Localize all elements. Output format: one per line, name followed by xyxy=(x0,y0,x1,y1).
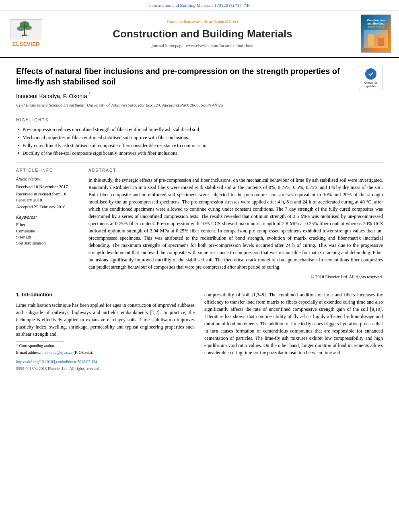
history-label: Article history: xyxy=(16,177,80,182)
journal-cover: Construction and Building MATERIALS xyxy=(361,14,391,53)
highlight-item: Fully cured lime-fly ash stabilised soil… xyxy=(18,142,383,149)
highlight-item: Mechanical properties of fiber reinforce… xyxy=(18,134,383,141)
body-col-left: 1. Introduction Lime stabilisation techn… xyxy=(16,291,195,372)
page: Construction and Building Materials 170 … xyxy=(0,0,399,532)
keyword-item: Strength xyxy=(16,234,80,240)
intro-heading: 1. Introduction xyxy=(16,291,195,298)
abstract-text: In this study, the synergic effects of p… xyxy=(88,177,383,271)
accepted-date: Accepted 25 February 2018 xyxy=(16,204,80,210)
abstract-col: ABSTRACT In this study, the synergic eff… xyxy=(88,168,383,280)
email-note: E-mail address: fnokonta@uj.ac.za (F. Ok… xyxy=(16,350,195,355)
highlight-item: Ductility of the fiber-soil composite si… xyxy=(18,150,383,157)
journal-citation: Construction and Building Materials 170 … xyxy=(148,3,251,8)
keyword-item: Soil stabilisation xyxy=(16,240,80,246)
intro-para1: Lime stabilisation technique has been ap… xyxy=(16,302,195,338)
received-date: Received 10 November 2017 xyxy=(16,184,80,190)
check-circle-icon xyxy=(365,68,376,80)
cover-image-box: Construction and Building MATERIALS xyxy=(361,14,391,53)
abstract-label: ABSTRACT xyxy=(88,168,383,173)
keywords-list: Fiber Composite Strength Soil stabilisat… xyxy=(16,222,80,246)
body-two-col: 1. Introduction Lime stabilisation techn… xyxy=(16,291,383,372)
svg-rect-7 xyxy=(368,34,374,46)
svg-point-2 xyxy=(17,26,25,31)
journal-title-header: Construction and Building Materials xyxy=(48,27,357,41)
highlight-item: Pre-compression reduces unconfined stren… xyxy=(18,126,383,133)
journal-center: Contents lists available at ScienceDirec… xyxy=(48,18,357,49)
authors: Innocent Kafodya, F. Okonta * xyxy=(16,92,383,100)
authors-text: Innocent Kafodya, F. Okonta xyxy=(16,93,87,99)
article-content: Effects of natural fiber inclusions and … xyxy=(0,58,399,380)
cover-title: Construction and Building MATERIALS xyxy=(367,19,385,29)
body-col-right: compressibility of soil [1,3–8]. The com… xyxy=(204,291,383,372)
corresponding-note: * Corresponding author. xyxy=(16,343,195,349)
check-updates-badge: Check for updates xyxy=(359,66,383,90)
article-info-abstract: ARTICLE INFO Article history: Received 1… xyxy=(16,162,383,280)
highlights-label: HIGHLIGHTS xyxy=(16,114,383,123)
svg-point-3 xyxy=(25,25,32,30)
check-updates-label: Check for updates xyxy=(359,81,383,88)
elsevier-brand-text: ELSEVIER xyxy=(12,41,40,48)
intro-para2: compressibility of soil [1,3–8]. The com… xyxy=(204,291,383,356)
article-history: Article history: Received 10 November 20… xyxy=(16,177,80,210)
revised-date: Received in revised form 18 February 201… xyxy=(16,191,80,203)
doi-section: https://doi.org/10.1016/j.conbuildmat.20… xyxy=(16,358,195,365)
doi-link[interactable]: https://doi.org/10.1016/j.conbuildmat.20… xyxy=(16,359,97,364)
svg-rect-4 xyxy=(22,35,27,36)
svg-rect-8 xyxy=(378,38,384,46)
journal-homepage: journal homepage: www.elsevier.com/locat… xyxy=(48,43,357,49)
cover-image-area xyxy=(364,30,388,48)
article-title-section: Effects of natural fiber inclusions and … xyxy=(16,66,383,87)
keywords-section: Keywords: Fiber Composite Strength Soil … xyxy=(16,214,80,246)
copyright: © 2018 Elsevier Ltd. All rights reserved… xyxy=(88,274,383,280)
keyword-item: Composite xyxy=(16,228,80,234)
body-divider xyxy=(16,286,383,286)
corresponding-asterisk: * xyxy=(89,92,90,97)
journal-citation-bar: Construction and Building Materials 170 … xyxy=(0,0,399,10)
footnote-divider xyxy=(16,341,64,341)
keyword-item: Fiber xyxy=(16,222,80,228)
email-link[interactable]: fnokonta@uj.ac.za xyxy=(42,350,72,355)
article-info-label: ARTICLE INFO xyxy=(16,168,80,173)
issn-info: 0950-0618/© 2018 Elsevier Ltd. All right… xyxy=(16,366,195,372)
keywords-title: Keywords: xyxy=(16,214,80,220)
highlights-list: Pre-compression reduces unconfined stren… xyxy=(16,126,383,157)
elsevier-logo-image xyxy=(10,19,42,39)
journal-header: ELSEVIER Contents lists available at Sci… xyxy=(0,10,399,58)
sciencedirect-link: Contents lists available at ScienceDirec… xyxy=(48,18,357,25)
elsevier-logo: ELSEVIER xyxy=(8,19,44,48)
affiliation: Civil Engineering Science Department, Un… xyxy=(16,102,383,108)
article-title-text: Effects of natural fiber inclusions and … xyxy=(16,67,340,86)
article-info-col: ARTICLE INFO Article history: Received 1… xyxy=(16,168,80,280)
sciencedirect-text: ScienceDirect xyxy=(213,19,238,24)
